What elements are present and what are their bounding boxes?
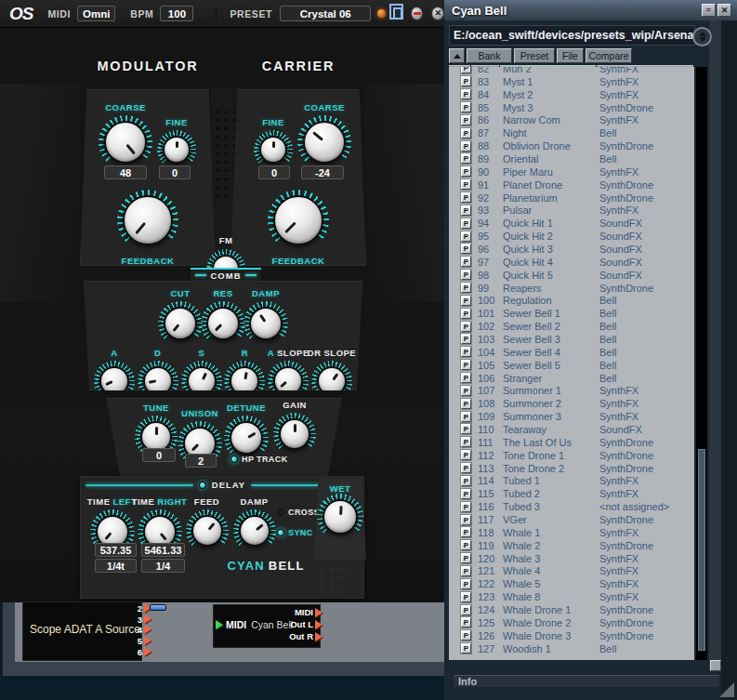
preset-row[interactable]: P 107 Summoner 1 SynthFX bbox=[449, 384, 694, 397]
knob[interactable] bbox=[249, 307, 283, 340]
preset-p-button[interactable]: P bbox=[461, 89, 471, 99]
tab-bank[interactable]: Bank bbox=[467, 48, 512, 63]
preset-row[interactable]: P 88 Oblivion Drone SynthDrone bbox=[449, 139, 694, 152]
preset-p-button[interactable]: P bbox=[461, 270, 471, 280]
knob[interactable] bbox=[143, 366, 173, 396]
preset-p-button[interactable]: P bbox=[461, 566, 471, 576]
preset-p-button[interactable]: P bbox=[461, 476, 471, 486]
output-port[interactable]: MIDI bbox=[295, 607, 322, 617]
knob[interactable] bbox=[317, 366, 347, 396]
car-coarse-value[interactable]: -24 bbox=[301, 165, 344, 179]
knob[interactable] bbox=[99, 366, 129, 396]
preset-row[interactable]: P 103 Sewer Bell 3 Bell bbox=[449, 333, 694, 346]
preset-p-button[interactable]: P bbox=[461, 334, 471, 344]
browser-titlebar[interactable]: Cyan Bell bbox=[444, 0, 737, 20]
preset-row[interactable]: P 126 Whale Drone 3 SynthDrone bbox=[449, 629, 694, 642]
preset-p-button[interactable]: P bbox=[461, 412, 471, 422]
preset-p-button[interactable]: P bbox=[461, 424, 471, 434]
preset-p-button[interactable]: P bbox=[461, 141, 471, 152]
preset-p-button[interactable]: P bbox=[461, 489, 471, 499]
preset-p-button[interactable]: P bbox=[461, 617, 471, 627]
output-port[interactable]: Out L bbox=[290, 619, 322, 629]
unison-value[interactable]: 2 bbox=[185, 454, 217, 468]
knob[interactable] bbox=[279, 418, 310, 450]
preset-row[interactable]: P 125 Whale Drone 2 SynthDrone bbox=[449, 616, 694, 629]
preset-row[interactable]: P 127 Woodish 1 Bell bbox=[449, 642, 694, 655]
tune-value[interactable]: 0 bbox=[142, 448, 176, 462]
preset-p-button[interactable]: P bbox=[461, 515, 471, 525]
preset-select[interactable]: Crystal 06 bbox=[280, 6, 371, 21]
tab-file[interactable]: File bbox=[557, 48, 584, 63]
mod-coarse-value[interactable]: 48 bbox=[104, 165, 147, 179]
midi-input-port[interactable]: MIDI Cyan Bell bbox=[216, 619, 293, 630]
preset-p-button[interactable]: P bbox=[461, 128, 471, 139]
bank-scroll-icon[interactable] bbox=[692, 27, 712, 46]
preset-p-button[interactable]: P bbox=[461, 231, 471, 242]
browser-minimize-button[interactable]: = bbox=[702, 4, 716, 17]
preset-p-button[interactable]: P bbox=[461, 153, 471, 164]
preset-p-button[interactable]: P bbox=[461, 67, 471, 73]
preset-p-button[interactable]: P bbox=[461, 399, 471, 409]
preset-p-button[interactable]: P bbox=[461, 347, 471, 357]
knob[interactable] bbox=[230, 421, 263, 455]
bpm-field[interactable]: 100 bbox=[160, 6, 193, 21]
cross-toggle[interactable]: CROSS bbox=[277, 508, 320, 517]
preset-p-button[interactable]: P bbox=[461, 166, 471, 177]
sync-toggle[interactable]: SYNC bbox=[277, 528, 313, 537]
tab-compare[interactable]: Compare bbox=[586, 48, 632, 63]
output-port[interactable]: 5 bbox=[138, 636, 151, 645]
delay-led-icon[interactable] bbox=[199, 482, 206, 489]
preset-row[interactable]: P 93 Pulsar SynthFX bbox=[449, 204, 694, 217]
preset-row[interactable]: P 98 Quick Hit 5 SoundFX bbox=[449, 269, 694, 282]
mod-fine-value[interactable]: 0 bbox=[159, 165, 191, 179]
knob[interactable] bbox=[163, 136, 191, 164]
preset-p-button[interactable]: P bbox=[461, 579, 471, 589]
resize-grip-icon[interactable] bbox=[719, 682, 734, 697]
knob[interactable] bbox=[164, 307, 197, 340]
preset-p-button[interactable]: P bbox=[461, 296, 471, 306]
preset-p-button[interactable]: P bbox=[461, 192, 471, 203]
preset-row[interactable]: P 86 Narrow Com SynthFX bbox=[449, 113, 694, 126]
time-left-sync-value[interactable]: 1/4t bbox=[95, 559, 137, 573]
preset-row[interactable]: P 116 Tubed 3 <not assigned> bbox=[449, 500, 694, 513]
preset-p-button[interactable]: P bbox=[461, 630, 471, 641]
knob[interactable] bbox=[230, 366, 259, 396]
preset-p-button[interactable]: P bbox=[461, 373, 471, 383]
preset-row[interactable]: P 109 Summoner 3 SynthFX bbox=[449, 410, 694, 423]
wet-knob[interactable] bbox=[322, 499, 358, 535]
preset-p-button[interactable]: P bbox=[461, 218, 471, 229]
preset-p-button[interactable]: P bbox=[461, 502, 471, 512]
preset-row[interactable]: P 99 Reapers SynthDrone bbox=[449, 282, 694, 295]
tab-preset[interactable]: Preset bbox=[514, 48, 555, 63]
scrollbar-corner-button[interactable] bbox=[710, 660, 721, 671]
knob[interactable] bbox=[206, 307, 240, 340]
knob[interactable] bbox=[187, 366, 217, 396]
preset-row[interactable]: P 90 Piper Maru SynthFX bbox=[449, 165, 694, 178]
source-module[interactable]: Scope ADAT A Source 2 3 4 bbox=[23, 602, 141, 660]
minimize-button[interactable] bbox=[411, 7, 424, 20]
output-port[interactable]: 6 bbox=[138, 647, 151, 656]
car-fine-value[interactable]: 0 bbox=[258, 165, 290, 179]
preset-p-button[interactable]: P bbox=[461, 102, 471, 112]
preset-row[interactable]: P 113 Tone Drone 2 SynthDrone bbox=[449, 462, 694, 475]
preset-p-button[interactable]: P bbox=[461, 437, 471, 447]
preset-p-button[interactable]: P bbox=[461, 257, 471, 267]
output-port[interactable]: Out R bbox=[289, 631, 322, 641]
midi-channel-select[interactable]: Omni bbox=[77, 6, 115, 21]
preset-p-button[interactable]: P bbox=[461, 643, 471, 654]
preset-p-button[interactable]: P bbox=[461, 360, 471, 370]
preset-row[interactable]: P 97 Quick Hit 4 SoundFX bbox=[449, 256, 694, 269]
preset-p-button[interactable]: P bbox=[461, 76, 471, 86]
preset-row[interactable]: P 123 Whale 8 SynthFX bbox=[449, 590, 694, 603]
up-level-button[interactable] bbox=[449, 48, 465, 63]
preset-p-button[interactable]: P bbox=[461, 322, 471, 332]
preset-p-button[interactable]: P bbox=[461, 463, 471, 473]
preset-p-button[interactable]: P bbox=[461, 553, 471, 563]
car-feedback-knob[interactable] bbox=[273, 195, 323, 245]
output-port[interactable]: 3 bbox=[138, 614, 151, 624]
hp-track-toggle[interactable]: HP TRACK bbox=[230, 455, 288, 464]
preset-row[interactable]: P 85 Myst 3 SynthDrone bbox=[449, 101, 694, 114]
preset-row[interactable]: P 114 Tubed 1 SynthFX bbox=[449, 475, 694, 488]
preset-p-button[interactable]: P bbox=[461, 115, 471, 125]
preset-row[interactable]: P 95 Quick Hit 2 SoundFX bbox=[449, 230, 694, 243]
